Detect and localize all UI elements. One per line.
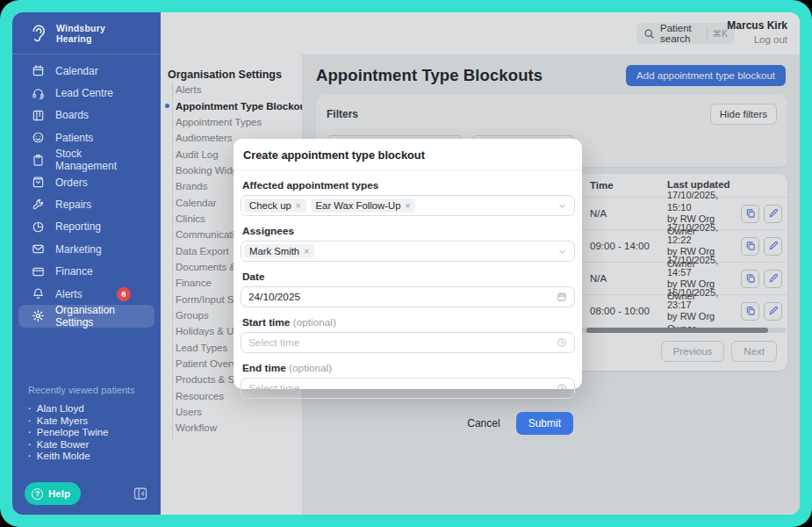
selected-tag: Check up × bbox=[244, 199, 306, 213]
app-window: Patient search ⌘K Marcus Kirk Log out Or… bbox=[12, 12, 800, 515]
date-label: Date bbox=[242, 271, 573, 283]
remove-tag-icon[interactable]: × bbox=[296, 201, 301, 211]
envelope-icon bbox=[32, 242, 45, 256]
selected-tag: Ear Wax Follow-Up × bbox=[311, 199, 416, 213]
headset-icon bbox=[32, 87, 45, 100]
start-time-input[interactable]: Select time bbox=[241, 332, 575, 353]
sidebar-item-label: Finance bbox=[55, 265, 93, 278]
pie-chart-icon bbox=[32, 220, 45, 234]
sidebar-item-finance[interactable]: Finance bbox=[12, 261, 154, 283]
chevron-down-icon bbox=[557, 247, 567, 256]
sidebar-item-organisation-settings[interactable]: Organisation Settings bbox=[18, 305, 154, 327]
box-icon bbox=[32, 176, 45, 189]
start-time-label: Start time (optional) bbox=[242, 316, 573, 328]
sidebar-item-calendar[interactable]: Calendar bbox=[12, 60, 154, 82]
credit-card-icon bbox=[32, 265, 45, 278]
sidebar-item-label: Orders bbox=[55, 177, 88, 189]
assignees-multiselect[interactable]: Mark Smith × bbox=[241, 241, 575, 262]
sidebar-item-repairs[interactable]: Repairs bbox=[12, 193, 154, 215]
sidebar-item-orders[interactable]: Orders bbox=[12, 171, 154, 193]
modal-divider bbox=[234, 170, 582, 170]
help-label: Help bbox=[48, 488, 70, 499]
sidebar-item-reporting[interactable]: Reporting bbox=[12, 216, 154, 238]
brand-line2: Hearing bbox=[56, 33, 92, 44]
patient-name: Penelope Twine bbox=[37, 427, 109, 439]
modal-footer: Cancel Submit bbox=[241, 412, 575, 435]
sidebar-item-label: Calendar bbox=[55, 65, 98, 77]
sidebar-item-label: Stock Management bbox=[55, 148, 145, 172]
sidebar-item-label: Patients bbox=[55, 132, 93, 144]
modal-title: Create appointment type blockout bbox=[241, 139, 575, 170]
sidebar-item-boards[interactable]: Boards bbox=[12, 105, 154, 126]
appointment-types-multiselect[interactable]: Check up × Ear Wax Follow-Up × bbox=[241, 195, 575, 216]
tag-label: Mark Smith bbox=[249, 246, 299, 256]
brand-name: Windsbury Hearing bbox=[56, 23, 105, 44]
label-text: Assignees bbox=[242, 225, 294, 237]
recently-viewed-patients: Recently viewed patients Alan Lloyd Kate… bbox=[12, 385, 161, 463]
clock-icon bbox=[557, 337, 567, 348]
help-button[interactable]: ? Help bbox=[25, 482, 81, 505]
app-frame: Patient search ⌘K Marcus Kirk Log out Or… bbox=[0, 0, 812, 527]
date-value: 24/10/2025 bbox=[244, 291, 300, 303]
selected-tag: Mark Smith × bbox=[244, 244, 314, 258]
patient-name: Kate Myers bbox=[37, 415, 88, 428]
optional-hint: (optional) bbox=[293, 316, 336, 328]
label-text: Start time bbox=[242, 316, 290, 328]
sidebar-item-label: Reporting bbox=[55, 220, 101, 233]
end-time-placeholder: Select time bbox=[244, 382, 299, 394]
remove-tag-icon[interactable]: × bbox=[405, 201, 410, 211]
sidebar-item-label: Lead Centre bbox=[55, 87, 113, 99]
sidebar-item-patients[interactable]: Patients bbox=[12, 126, 154, 148]
end-time-label: End time (optional) bbox=[242, 362, 573, 374]
brand-logo: Windsbury Hearing bbox=[12, 12, 161, 54]
smiley-icon bbox=[32, 131, 45, 144]
tag-label: Check up bbox=[249, 200, 291, 211]
primary-nav: Calendar Lead Centre Boards Patients Sto… bbox=[12, 54, 161, 328]
primary-sidebar: Windsbury Hearing Calendar Lead Centre B… bbox=[12, 12, 161, 515]
recent-patient-link[interactable]: Penelope Twine bbox=[28, 427, 145, 439]
bell-icon bbox=[32, 287, 45, 300]
question-mark-icon: ? bbox=[32, 488, 43, 500]
submit-button[interactable]: Submit bbox=[516, 412, 573, 435]
label-text: End time bbox=[242, 362, 286, 374]
patient-name: Alan Lloyd bbox=[37, 403, 84, 415]
sidebar-item-marketing[interactable]: Marketing bbox=[12, 238, 154, 260]
board-icon bbox=[32, 109, 45, 122]
date-input[interactable]: 24/10/2025 bbox=[241, 286, 575, 307]
optional-hint: (optional) bbox=[289, 362, 332, 374]
remove-tag-icon[interactable]: × bbox=[304, 247, 309, 256]
sidebar-item-alerts[interactable]: Alerts 6 bbox=[12, 283, 154, 305]
sidebar-item-label: Repairs bbox=[55, 199, 91, 211]
ear-icon bbox=[26, 22, 49, 45]
recent-patient-link[interactable]: Kate Bower bbox=[28, 439, 145, 451]
gear-icon bbox=[32, 309, 45, 322]
clipboard-icon bbox=[32, 154, 45, 167]
patient-name: Kate Bower bbox=[37, 439, 89, 451]
recent-patient-link[interactable]: Alan Lloyd bbox=[28, 403, 145, 415]
brand-line1: Windsbury bbox=[56, 23, 105, 33]
collapse-sidebar-icon[interactable] bbox=[133, 486, 148, 502]
calendar-icon bbox=[557, 292, 567, 302]
wrench-icon bbox=[32, 199, 45, 212]
create-blockout-modal: Create appointment type blockout Affecte… bbox=[234, 139, 582, 389]
recent-patient-link[interactable]: Keith Molde bbox=[28, 451, 145, 463]
label-text: Affected appointment types bbox=[242, 179, 378, 191]
sidebar-item-label: Boards bbox=[55, 109, 89, 121]
sidebar-item-label: Alerts bbox=[55, 288, 83, 300]
assignees-label: Assignees bbox=[242, 225, 573, 237]
tag-label: Ear Wax Follow-Up bbox=[316, 200, 401, 211]
clock-icon bbox=[557, 383, 567, 393]
label-text: Date bbox=[242, 271, 265, 283]
alerts-badge: 6 bbox=[117, 287, 131, 301]
sidebar-item-stock-management[interactable]: Stock Management bbox=[12, 149, 154, 171]
end-time-input[interactable]: Select time bbox=[241, 378, 575, 399]
patient-name: Keith Molde bbox=[37, 451, 90, 463]
recent-patient-link[interactable]: Kate Myers bbox=[28, 415, 145, 428]
calendar-icon bbox=[32, 64, 45, 77]
cancel-button[interactable]: Cancel bbox=[467, 417, 499, 430]
sidebar-item-label: Marketing bbox=[55, 243, 102, 256]
recent-patients-title: Recently viewed patients bbox=[28, 385, 145, 395]
sidebar-item-label: Organisation Settings bbox=[55, 304, 146, 328]
appointment-types-label: Affected appointment types bbox=[242, 179, 573, 191]
sidebar-item-lead-centre[interactable]: Lead Centre bbox=[12, 82, 154, 104]
